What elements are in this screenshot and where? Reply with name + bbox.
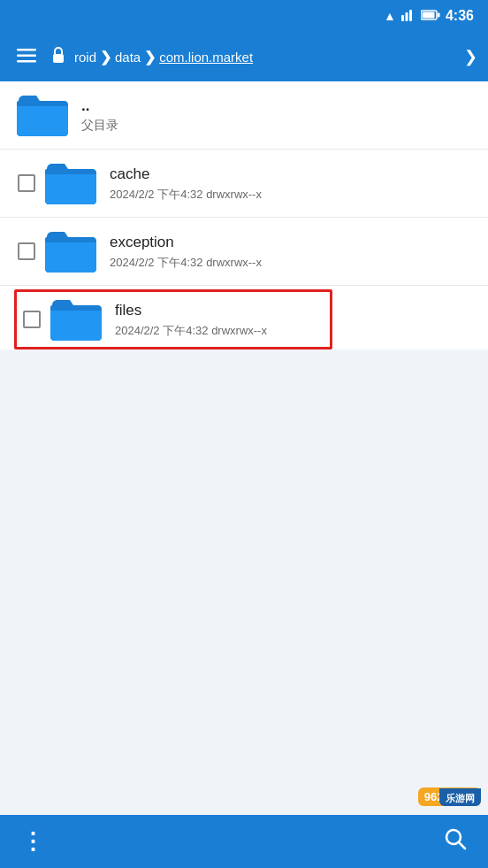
checkbox-cache-area[interactable]	[14, 174, 39, 192]
files-file-meta: 2024/2/2 下午4:32 drwxrwx--x	[115, 323, 267, 339]
file-row-files-highlight[interactable]: files 2024/2/2 下午4:32 drwxrwx--x	[14, 289, 332, 350]
breadcrumb: roid ❯ data ❯ com.lion.market	[74, 49, 455, 65]
svg-rect-5	[438, 12, 440, 17]
checkbox-exception[interactable]	[18, 242, 35, 260]
file-row-files[interactable]: files 2024/2/2 下午4:32 drwxrwx--x	[19, 295, 327, 344]
file-list: .. 父目录 cache 2024/2/2 下午4:32 drwxrwx--x	[0, 81, 488, 350]
svg-rect-9	[53, 54, 64, 63]
signal-icon	[401, 9, 416, 24]
watermark-sub-text: 乐游网	[446, 793, 475, 803]
checkbox-files[interactable]	[23, 311, 41, 328]
breadcrumb-com-lion-market[interactable]: com.lion.market	[159, 50, 253, 65]
nav-bar: roid ❯ data ❯ com.lion.market ❯	[0, 32, 488, 81]
more-options-icon[interactable]: ⋮	[21, 828, 44, 856]
cache-file-meta: 2024/2/2 下午4:32 drwxrwx--x	[110, 187, 262, 203]
breadcrumb-roid[interactable]: roid	[74, 50, 96, 65]
exception-file-meta: 2024/2/2 下午4:32 drwxrwx--x	[110, 255, 262, 271]
checkbox-cache[interactable]	[18, 174, 35, 192]
bottom-right-icons	[444, 827, 467, 856]
parent-dir-label: 父目录	[81, 118, 118, 134]
search-icon[interactable]	[444, 833, 467, 855]
checkbox-files-area[interactable]	[19, 311, 44, 328]
watermark-sub: 乐游网	[439, 788, 481, 806]
checkbox-exception-area[interactable]	[14, 242, 39, 260]
lock-icon	[51, 46, 65, 68]
battery-icon	[421, 10, 440, 23]
bottom-bar: ⋮	[0, 815, 488, 868]
svg-rect-1	[405, 12, 408, 21]
menu-icon[interactable]	[11, 42, 42, 72]
svg-rect-8	[17, 60, 36, 63]
svg-line-11	[459, 842, 465, 849]
cache-file-name: cache	[110, 164, 262, 185]
svg-rect-0	[401, 15, 404, 21]
status-bar: ▲ 4:36	[0, 0, 488, 32]
file-row-exception[interactable]: exception 2024/2/2 下午4:32 drwxrwx--x	[0, 218, 488, 286]
breadcrumb-sep-1: ❯	[100, 49, 111, 65]
exception-folder-icon-wrap	[42, 227, 99, 276]
nav-forward-icon[interactable]: ❯	[464, 47, 477, 66]
parent-dir-info: .. 父目录	[81, 96, 118, 133]
svg-rect-6	[17, 49, 36, 51]
wifi-icon: ▲	[384, 9, 396, 23]
files-folder-icon-wrap	[48, 295, 104, 344]
exception-file-name: exception	[110, 232, 262, 253]
breadcrumb-data[interactable]: data	[115, 50, 141, 65]
files-file-info: files 2024/2/2 下午4:32 drwxrwx--x	[115, 300, 267, 339]
breadcrumb-sep-2: ❯	[144, 49, 156, 65]
svg-rect-4	[422, 12, 434, 18]
files-file-name: files	[115, 300, 267, 321]
parent-dir-row[interactable]: .. 父目录	[0, 81, 488, 150]
parent-dots-label: ..	[81, 96, 118, 116]
cache-file-info: cache 2024/2/2 下午4:32 drwxrwx--x	[110, 164, 262, 203]
svg-rect-7	[17, 55, 36, 58]
file-row-cache[interactable]: cache 2024/2/2 下午4:32 drwxrwx--x	[0, 150, 488, 218]
svg-rect-2	[409, 10, 412, 21]
cache-folder-icon-wrap	[42, 158, 99, 208]
time-display: 4:36	[446, 8, 474, 24]
parent-folder-icon-wrap	[14, 90, 71, 140]
status-bar-icons: ▲ 4:36	[384, 8, 474, 24]
exception-file-info: exception 2024/2/2 下午4:32 drwxrwx--x	[110, 232, 262, 271]
